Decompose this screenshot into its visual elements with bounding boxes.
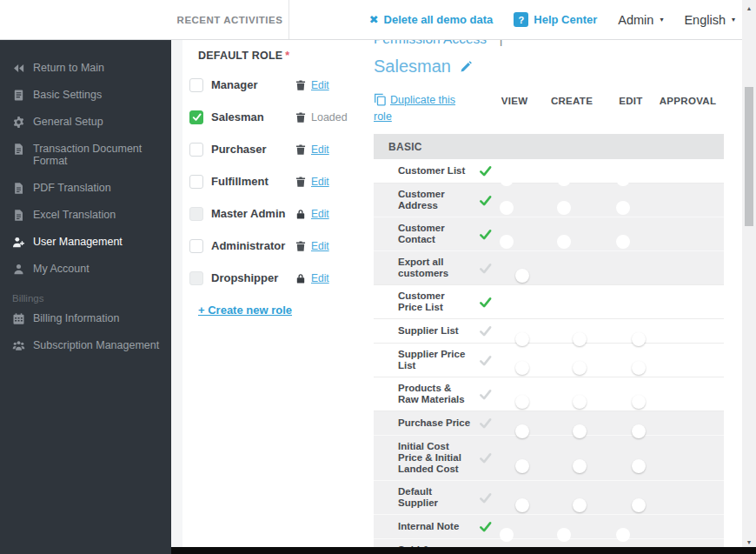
permission-label: Supplier List: [398, 325, 474, 337]
edit-role-link[interactable]: Edit: [311, 272, 329, 284]
top-bar: RECENT ACTIVITIES ✖ Delete all demo data…: [0, 0, 756, 40]
role-action: Loaded: [295, 111, 348, 123]
trash-icon[interactable]: [295, 240, 307, 252]
scrollbar[interactable]: ▲ ▼: [742, 0, 756, 554]
role-checkbox[interactable]: [189, 175, 203, 189]
role-name: Manager: [211, 78, 295, 91]
sidebar-item-transaction-document-format[interactable]: Transaction Document Format: [0, 136, 171, 175]
toggle-knob: [573, 332, 587, 346]
language-menu[interactable]: English ▾: [684, 13, 735, 27]
help-center-button[interactable]: ? Help Center: [514, 12, 597, 27]
role-row-manager: ManagerEdit: [189, 77, 368, 92]
permission-label: Customer Price List: [398, 290, 474, 313]
edit-role-link[interactable]: Edit: [311, 208, 329, 220]
toggle-knob: [616, 172, 630, 186]
sidebar-item-label: General Setup: [33, 116, 103, 128]
role-row-master-admin: Master AdminEdit: [189, 206, 368, 221]
column-header-approval: APPROVAL: [660, 96, 716, 106]
trash-icon[interactable]: [295, 79, 307, 91]
permission-row-supplier-list: Supplier List: [374, 318, 724, 343]
row-enabled-check-icon: [479, 354, 492, 367]
admin-menu[interactable]: Admin ▾: [618, 13, 663, 27]
user-plus-icon: [12, 236, 25, 249]
row-enabled-check-icon: [479, 451, 492, 464]
delete-demo-data-button[interactable]: ✖ Delete all demo data: [369, 13, 494, 26]
edit-role-link[interactable]: Edit: [311, 144, 329, 156]
row-enabled-check-icon: [479, 388, 492, 401]
page-title: Salesman: [374, 57, 451, 77]
role-checkbox[interactable]: [189, 271, 203, 285]
scroll-up-icon[interactable]: ▲: [742, 2, 756, 14]
role-action: Edit: [295, 208, 329, 220]
permission-row-default-supplier: Default Supplier: [374, 480, 724, 514]
sidebar-item-general-setup[interactable]: General Setup: [0, 109, 171, 136]
role-name: Salesman: [211, 110, 295, 123]
file-icon: [12, 182, 25, 195]
permission-label: Customer List: [398, 165, 474, 177]
trash-icon[interactable]: [295, 144, 307, 156]
scrollbar-thumb[interactable]: [745, 87, 753, 226]
toggle-knob: [557, 201, 571, 215]
role-checkbox[interactable]: [189, 207, 203, 221]
role-row-dropshipper: DropshipperEdit: [189, 270, 368, 285]
trash-icon[interactable]: [295, 111, 307, 123]
permission-row-customer-list: Customer List: [374, 159, 724, 183]
row-enabled-check-icon: [479, 520, 492, 533]
tab-recent-activities[interactable]: RECENT ACTIVITIES: [171, 0, 289, 39]
sidebar-item-user-management[interactable]: User Management: [0, 229, 171, 256]
chevron-down-icon: ▾: [732, 16, 735, 23]
lock-icon: [295, 208, 307, 220]
sidebar-item-label: Excel Translation: [33, 209, 116, 221]
role-checkbox[interactable]: [189, 239, 203, 253]
row-enabled-check-icon: [479, 194, 492, 207]
row-enabled-check-icon: [479, 491, 492, 504]
sidebar-item-label: Subscription Management: [33, 339, 159, 351]
permission-row-customer-price-list: Customer Price List: [374, 284, 724, 318]
sidebar-item-pdf-translation[interactable]: PDF Translation: [0, 175, 171, 202]
row-enabled-check-icon: [479, 164, 492, 177]
edit-role-link[interactable]: Edit: [311, 240, 329, 252]
sidebar-item-billing-information[interactable]: Billing Information: [0, 305, 171, 332]
toggle-knob: [500, 528, 514, 542]
create-new-role-link[interactable]: + Create new role: [198, 304, 292, 317]
sidebar-section-label: Billings: [0, 283, 171, 305]
sidebar-item-my-account[interactable]: My Account: [0, 256, 171, 283]
notebook-icon: [12, 89, 25, 102]
sidebar-item-return-to-main[interactable]: Return to Main: [0, 55, 171, 82]
scroll-down-icon[interactable]: ▼: [742, 536, 756, 548]
sidebar-item-label: Basic Settings: [33, 89, 102, 101]
role-checkbox[interactable]: [189, 110, 203, 124]
permission-label: Products & Raw Materials: [398, 383, 474, 405]
topbar-actions: ✖ Delete all demo data ? Help Center Adm…: [369, 0, 735, 39]
edit-role-link[interactable]: Edit: [311, 176, 329, 188]
chevron-down-icon: ▾: [660, 16, 663, 23]
row-enabled-check-icon: [479, 324, 492, 337]
breadcrumb-divider: |: [500, 39, 503, 46]
toggle-knob: [500, 201, 514, 215]
toggle-knob: [515, 269, 529, 283]
permission-row-initial-cost-price-initial-landed-cost: Initial Cost Price & Initial Landed Cost: [374, 435, 724, 480]
role-checkbox[interactable]: [189, 78, 203, 92]
permission-row-customer-address: Customer Address: [374, 183, 724, 217]
permission-row-export-all-customers: Export all customers: [374, 250, 724, 284]
column-header-create: CREATE: [551, 96, 593, 106]
sidebar-item-excel-translation[interactable]: Excel Translation: [0, 202, 171, 229]
role-name: Master Admin: [211, 207, 295, 220]
pencil-icon[interactable]: [460, 60, 473, 73]
edit-role-link[interactable]: Edit: [311, 79, 329, 91]
sidebar-item-label: Billing Information: [33, 312, 119, 324]
users-icon: [12, 339, 25, 352]
toggle-knob: [515, 498, 529, 512]
role-name: Administrator: [211, 239, 295, 252]
role-checkbox[interactable]: [189, 143, 203, 157]
sidebar-nav: Return to MainBasic SettingsGeneral Setu…: [0, 39, 171, 554]
toggle-knob: [632, 332, 646, 346]
toggle-knob: [573, 459, 587, 473]
sidebar-item-subscription-management[interactable]: Subscription Management: [0, 332, 171, 359]
permission-row-customer-contact: Customer Contact: [374, 217, 724, 250]
sidebar-item-basic-settings[interactable]: Basic Settings: [0, 82, 171, 109]
sidebar-item-label: User Management: [33, 236, 123, 248]
duplicate-role-link[interactable]: Duplicate this role: [374, 92, 474, 126]
role-action: Edit: [295, 79, 329, 91]
trash-icon[interactable]: [295, 176, 307, 188]
